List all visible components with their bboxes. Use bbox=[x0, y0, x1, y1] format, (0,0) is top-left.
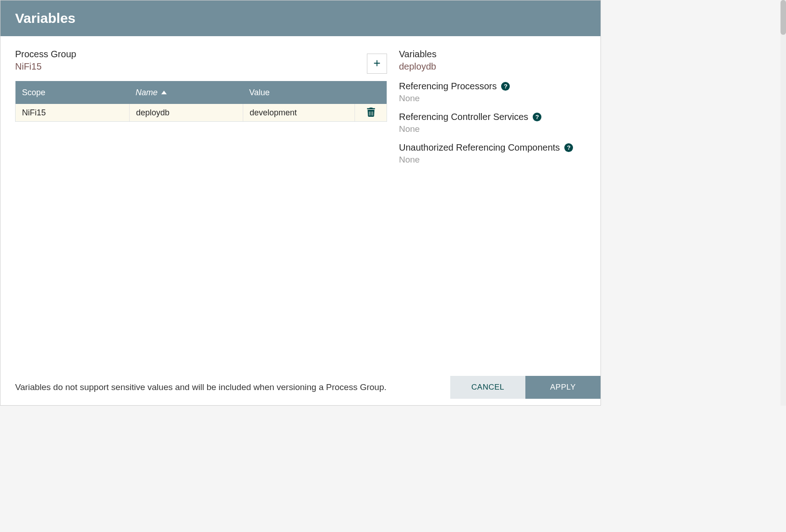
help-icon[interactable]: ? bbox=[564, 143, 573, 152]
variables-table: Scope Name Value NiFi15 deploydb develop… bbox=[15, 81, 387, 122]
referencing-controller-value: None bbox=[399, 124, 586, 134]
side-selected-variable: deploydb bbox=[399, 61, 586, 72]
column-value[interactable]: Value bbox=[243, 88, 355, 98]
plus-icon bbox=[372, 58, 382, 70]
process-group-label: Process Group bbox=[15, 49, 76, 60]
unauthorized-referencing-value: None bbox=[399, 155, 586, 165]
vertical-scrollbar[interactable] bbox=[781, 0, 786, 406]
footer-note: Variables do not support sensitive value… bbox=[15, 382, 387, 392]
dialog-body: Process Group NiFi15 Scope Name bbox=[0, 36, 600, 369]
add-variable-button[interactable] bbox=[367, 54, 387, 74]
process-group-name: NiFi15 bbox=[15, 61, 76, 72]
variables-dialog: Variables Process Group NiFi15 bbox=[0, 0, 601, 406]
referencing-processors-section: Referencing Processors ? None bbox=[399, 81, 586, 103]
cancel-button[interactable]: Cancel bbox=[450, 376, 525, 399]
dialog-title: Variables bbox=[15, 11, 586, 26]
referencing-processors-label: Referencing Processors bbox=[399, 81, 497, 92]
left-pane: Process Group NiFi15 Scope Name bbox=[15, 49, 387, 369]
column-scope[interactable]: Scope bbox=[16, 88, 129, 98]
unauthorized-referencing-section: Unauthorized Referencing Components ? No… bbox=[399, 142, 586, 165]
table-header: Scope Name Value bbox=[16, 81, 387, 104]
referencing-controller-services-section: Referencing Controller Services ? None bbox=[399, 112, 586, 134]
referencing-controller-label: Referencing Controller Services bbox=[399, 112, 528, 122]
dialog-header: Variables bbox=[0, 0, 600, 36]
table-row[interactable]: NiFi15 deploydb development bbox=[16, 104, 387, 121]
dialog-footer: Variables do not support sensitive value… bbox=[0, 369, 600, 405]
cell-scope: NiFi15 bbox=[16, 104, 129, 121]
trash-icon bbox=[367, 111, 375, 118]
sort-asc-icon bbox=[161, 91, 167, 94]
column-name[interactable]: Name bbox=[129, 88, 243, 98]
unauthorized-referencing-label: Unauthorized Referencing Components bbox=[399, 142, 560, 153]
help-icon[interactable]: ? bbox=[533, 113, 541, 121]
referencing-processors-value: None bbox=[399, 93, 586, 103]
right-pane: Variables deploydb Referencing Processor… bbox=[399, 49, 586, 369]
cell-name: deploydb bbox=[129, 104, 243, 121]
cell-value[interactable]: development bbox=[243, 104, 355, 121]
side-variables-label: Variables bbox=[399, 49, 586, 60]
column-name-label: Name bbox=[136, 88, 158, 98]
delete-variable-button[interactable] bbox=[365, 106, 377, 120]
help-icon[interactable]: ? bbox=[501, 82, 510, 91]
apply-button[interactable]: Apply bbox=[525, 376, 600, 399]
